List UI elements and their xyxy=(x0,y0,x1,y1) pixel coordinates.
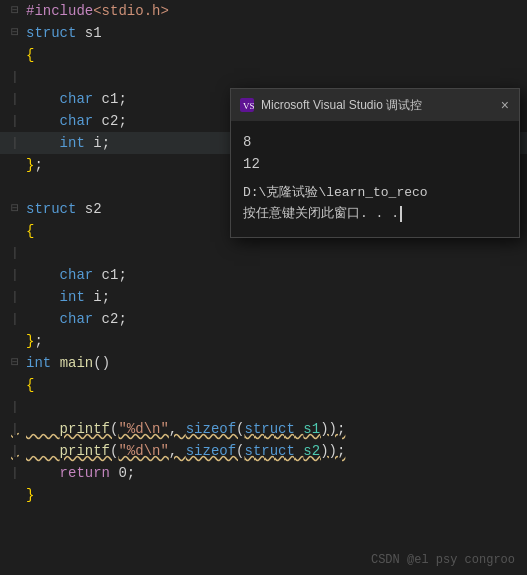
code-line: | char c2; xyxy=(0,308,527,330)
line-gutter: | xyxy=(8,264,22,286)
code-line: { xyxy=(0,44,527,66)
dialog-content: 8 12 D:\克隆试验\learn_to_reco 按任意键关闭此窗口. . … xyxy=(231,121,519,237)
line-gutter: | xyxy=(8,110,22,132)
code-line: | return 0; xyxy=(0,462,527,484)
code-line: | xyxy=(0,396,527,418)
vs-dialog: VS Microsoft Visual Studio 调试控 × 8 12 D:… xyxy=(230,88,520,238)
line-gutter: | xyxy=(8,440,22,462)
line-gutter: | xyxy=(8,308,22,330)
dialog-title-left: VS Microsoft Visual Studio 调试控 xyxy=(239,97,422,114)
svg-text:VS: VS xyxy=(243,101,255,111)
output-line-1: 8 xyxy=(243,131,507,153)
dialog-titlebar: VS Microsoft Visual Studio 调试控 × xyxy=(231,89,519,121)
code-line: | int i; xyxy=(0,286,527,308)
code-line: ⊟struct s1 xyxy=(0,22,527,44)
line-gutter: | xyxy=(8,418,22,440)
line-gutter: | xyxy=(8,132,22,154)
watermark: CSDN @el psy congroo xyxy=(371,553,515,567)
line-gutter: ⊟ xyxy=(8,22,22,44)
output-line-2: 12 xyxy=(243,153,507,175)
code-line: | xyxy=(0,242,527,264)
line-gutter: | xyxy=(8,462,22,484)
cursor xyxy=(400,206,402,222)
line-gutter: ⊟ xyxy=(8,198,22,220)
code-editor: ⊟#include<stdio.h>⊟struct s1{| | char c1… xyxy=(0,0,527,575)
code-line: ⊟int main() xyxy=(0,352,527,374)
line-gutter: | xyxy=(8,396,22,418)
code-line: | char c1; xyxy=(0,264,527,286)
line-gutter: ⊟ xyxy=(8,0,22,22)
code-line: | xyxy=(0,66,527,88)
code-line: { xyxy=(0,374,527,396)
dialog-prompt: 按任意键关闭此窗口. . . xyxy=(243,203,507,225)
code-line: } xyxy=(0,484,527,506)
line-gutter: | xyxy=(8,286,22,308)
line-gutter: ⊟ xyxy=(8,352,22,374)
code-line: | printf("%d\n", sizeof(struct s2)); xyxy=(0,440,527,462)
line-gutter: | xyxy=(8,66,22,88)
line-gutter: | xyxy=(8,88,22,110)
dialog-path: D:\克隆试验\learn_to_reco xyxy=(243,183,507,203)
code-line: | printf("%d\n", sizeof(struct s1)); xyxy=(0,418,527,440)
code-line: ⊟#include<stdio.h> xyxy=(0,0,527,22)
code-line: }; xyxy=(0,330,527,352)
dialog-close-button[interactable]: × xyxy=(499,97,511,113)
line-gutter: | xyxy=(8,242,22,264)
vs-icon: VS xyxy=(239,97,255,113)
dialog-title-text: Microsoft Visual Studio 调试控 xyxy=(261,97,422,114)
